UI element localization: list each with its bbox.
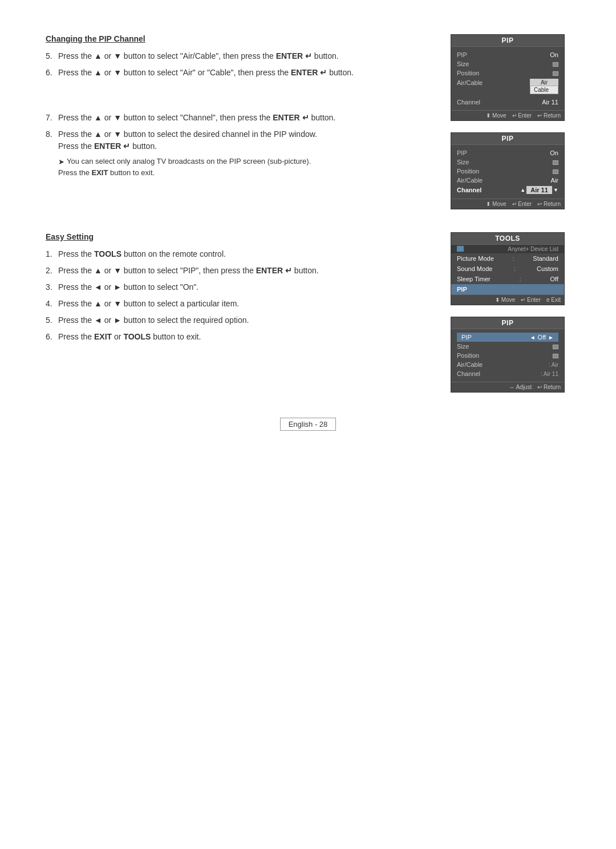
pip2-position-label: Position	[457, 168, 479, 175]
anynet-icon	[457, 246, 464, 252]
anynet-label: Anynet+ Device List	[508, 246, 558, 252]
pip-off-aircable-value: : Air	[549, 362, 558, 368]
pip-off-footer: ↔ Adjust ↩ Return	[451, 382, 564, 392]
pip-screen-1-body: PIP On Size Position Air/Cable	[451, 47, 564, 110]
footer-box: English - 28	[280, 418, 337, 431]
size-off-icon	[553, 345, 558, 349]
pip-off-value: Off	[538, 334, 546, 341]
up-arrow-sm: ▲	[520, 187, 525, 193]
sound-mode-value: Custom	[537, 265, 558, 272]
tools-screen: TOOLS Anynet+ Device List Picture Mode :…	[451, 232, 565, 305]
steps-list-top: 5. Press the ▲ or ▼ button to select "Ai…	[46, 50, 433, 79]
picture-mode-label: Picture Mode	[457, 255, 494, 262]
easy-section-text: Easy Setting 1. Press the TOOLS button o…	[46, 232, 433, 393]
channel-label: Channel	[457, 99, 480, 106]
easy-step-5: 5. Press the ◄ or ► button to select the…	[46, 314, 433, 326]
pip-off-channel-label: Channel	[457, 370, 480, 377]
channel-value: Air 11	[542, 99, 558, 106]
easy-step-4: 4. Press the ▲ or ▼ button to select a p…	[46, 298, 433, 310]
tools-screen-title: TOOLS	[451, 233, 564, 245]
pip-off-label: PIP	[461, 334, 472, 341]
pip-off-body: PIP ◄ Off ► Size Position	[451, 329, 564, 382]
easy-step-2-content: Press the ▲ or ▼ button to select "PIP",…	[58, 265, 433, 277]
tools-footer-exit: e Exit	[546, 297, 561, 303]
tools-picture-row: Picture Mode : Standard	[451, 253, 564, 264]
footer-enter: ↵ Enter	[512, 112, 532, 119]
tools-sleep-row: Sleep Timer : Off	[451, 274, 564, 284]
footer2-enter: ↵ Enter	[512, 201, 532, 207]
footer-text: English - 28	[289, 420, 328, 428]
pip2-row-channel: Channel ▲ Air 11 ▼	[457, 185, 558, 195]
step-6: 6. Press the ▲ or ▼ button to select "Ai…	[46, 67, 433, 79]
pip2-pip-value: On	[550, 149, 558, 156]
sleep-timer-label: Sleep Timer	[457, 276, 491, 282]
pip-off-screen-title: PIP	[451, 317, 564, 329]
section-title-changing: Changing the PIP Channel	[46, 34, 433, 43]
step-5-num: 5.	[46, 50, 58, 62]
pip2-row-pip: PIP On	[457, 148, 558, 157]
pip-label: PIP	[457, 51, 467, 58]
pip-screen-2-body: PIP On Size Position Air/Cable Air	[451, 145, 564, 199]
pip-off-pos-value	[553, 352, 558, 359]
footer2-move: ⬍ Move	[486, 201, 506, 207]
pip2-position-value	[553, 168, 558, 175]
pip-screen-2-title: PIP	[451, 133, 564, 145]
pip2-size-icon	[553, 160, 558, 165]
easy-step-5-num: 5.	[46, 314, 58, 326]
section-text-left: Changing the PIP Channel 5. Press the ▲ …	[46, 34, 433, 209]
pip-off-size: Size	[457, 342, 558, 351]
pip-off-adjust: ↔ Adjust	[509, 384, 532, 390]
pip-row-aircable: Air/Cable Air Cable	[457, 78, 558, 87]
position-value	[553, 70, 558, 76]
easy-step-3-content: Press the ◄ or ► button to select "On".	[58, 281, 433, 293]
easy-step-3-num: 3.	[46, 281, 58, 293]
footer2-return: ↩ Return	[537, 201, 561, 207]
pip-off-size-value	[553, 343, 558, 350]
sound-mode-label: Sound Mode	[457, 265, 492, 272]
step-8: 8. Press the ▲ or ▼ button to select the…	[46, 128, 433, 152]
analog-note-text: You can select only analog TV broadcasts…	[67, 157, 311, 165]
channel-selected-box: Air 11	[526, 186, 552, 194]
easy-step-2-num: 2.	[46, 265, 58, 277]
pip-screen-2-footer: ⬍ Move ↵ Enter ↩ Return	[451, 199, 564, 209]
pip-off-pos-label: Position	[457, 352, 479, 359]
page-footer: English - 28	[46, 415, 570, 433]
pip2-aircable-value: Air	[551, 177, 558, 184]
pip2-size-label: Size	[457, 159, 469, 165]
aircable-dropdown: Cable	[530, 86, 558, 94]
pip2-row-size: Size	[457, 157, 558, 167]
size-value	[553, 60, 558, 67]
tools-device-row: Anynet+ Device List	[451, 245, 564, 253]
pip2-row-position: Position	[457, 167, 558, 176]
footer-move: ⬍ Move	[486, 112, 506, 119]
easy-step-1: 1. Press the TOOLS button on the remote …	[46, 248, 433, 260]
step-6-content: Press the ▲ or ▼ button to select "Air" …	[58, 67, 433, 79]
footer-return: ↩ Return	[537, 112, 561, 119]
pip-off-screen: PIP PIP ◄ Off ► Size	[451, 317, 565, 393]
easy-step-2: 2. Press the ▲ or ▼ button to select "PI…	[46, 265, 433, 277]
pip-screen-1-title: PIP	[451, 35, 564, 47]
easy-screens-right: TOOLS Anynet+ Device List Picture Mode :…	[451, 232, 570, 393]
picture-mode-sep: :	[513, 255, 514, 262]
right-arrow-icon: ►	[548, 334, 554, 341]
pip2-size-value	[553, 159, 558, 165]
pip-off-return: ↩ Return	[537, 384, 561, 390]
easy-setting-title: Easy Setting	[46, 232, 433, 241]
step-7-num: 7.	[46, 112, 58, 124]
pip-screen-1: PIP PIP On Size Position	[451, 34, 565, 121]
tools-body: Anynet+ Device List Picture Mode : Stand…	[451, 245, 564, 294]
pos-off-icon	[553, 354, 558, 358]
aircable-label: Air/Cable	[457, 79, 483, 86]
easy-step-1-content: Press the TOOLS button on the remote con…	[58, 248, 433, 260]
easy-step-6: 6. Press the EXIT or TOOLS button to exi…	[46, 331, 433, 343]
step-6-num: 6.	[46, 67, 58, 79]
pip-off-aircable: Air/Cable : Air	[457, 360, 558, 369]
pip-off-channel: Channel : Air 11	[457, 369, 558, 378]
position-icon	[553, 71, 558, 76]
left-arrow-icon: ◄	[530, 334, 536, 341]
picture-mode-value: Standard	[533, 255, 558, 262]
position-label: Position	[457, 70, 479, 76]
section-changing-pip: Changing the PIP Channel 5. Press the ▲ …	[46, 34, 570, 209]
arrow-sym: ➤	[58, 157, 64, 166]
page-content: Changing the PIP Channel 5. Press the ▲ …	[0, 0, 616, 467]
